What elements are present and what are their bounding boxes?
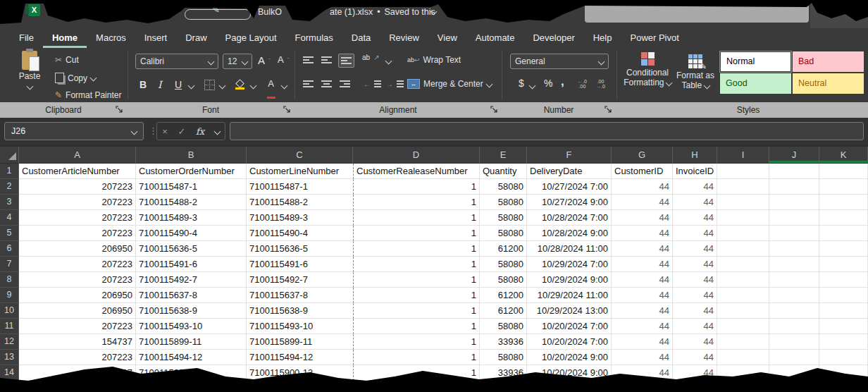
cell-D10[interactable]: 1 bbox=[353, 303, 480, 319]
cell-I14[interactable] bbox=[717, 365, 769, 381]
cell-E3[interactable]: 58080 bbox=[480, 195, 527, 210]
cell-B10[interactable]: 7100115638-9 bbox=[136, 303, 247, 319]
cell-F4[interactable]: 10/28/2024 7:00 bbox=[527, 210, 612, 226]
cell-D11[interactable]: 1 bbox=[353, 319, 480, 334]
decrease-decimal-button[interactable]: .00→.0 bbox=[596, 79, 605, 89]
cell-J14[interactable] bbox=[769, 365, 819, 381]
cell-H6[interactable]: 44 bbox=[673, 241, 717, 257]
cell-E5[interactable]: 58080 bbox=[480, 226, 527, 241]
increase-indent-button[interactable]: → bbox=[386, 79, 404, 89]
cell-B5[interactable]: 7100115490-4 bbox=[136, 226, 247, 241]
cell-K3[interactable] bbox=[819, 195, 868, 210]
cut-button[interactable]: ✂ Cut bbox=[55, 55, 79, 65]
cell-F3[interactable]: 10/27/2024 9:00 bbox=[527, 195, 612, 210]
cell-D6[interactable]: 1 bbox=[353, 241, 480, 257]
cell-D2[interactable]: 1 bbox=[353, 179, 480, 195]
cell-I6[interactable] bbox=[717, 241, 769, 257]
tab-file[interactable]: File bbox=[10, 28, 43, 48]
tab-page-layout[interactable]: Page Layout bbox=[216, 28, 286, 48]
cell-C6[interactable]: 7100115636-5 bbox=[247, 241, 353, 257]
number-dialog-launcher-icon[interactable] bbox=[604, 106, 612, 114]
column-header-I[interactable]: I bbox=[717, 147, 769, 164]
tab-data[interactable]: Data bbox=[342, 28, 380, 48]
cell-B11[interactable]: 7100115493-10 bbox=[136, 319, 247, 334]
alignment-dialog-launcher-icon[interactable] bbox=[490, 106, 498, 114]
cell-F1[interactable]: DeliveryDate bbox=[527, 164, 612, 179]
cell-J4[interactable] bbox=[769, 210, 819, 226]
row-header-9[interactable]: 9 bbox=[0, 288, 19, 303]
column-header-J[interactable]: J bbox=[769, 147, 819, 164]
style-bad[interactable]: Bad bbox=[793, 51, 864, 72]
bold-button[interactable]: B bbox=[140, 79, 147, 90]
tab-help[interactable]: Help bbox=[584, 28, 621, 48]
font-name-combobox[interactable]: Calibri bbox=[135, 54, 218, 69]
cell-C1[interactable]: CustomerLineNumber bbox=[247, 164, 353, 179]
column-header-K[interactable]: K bbox=[819, 147, 868, 164]
cell-G9[interactable]: 44 bbox=[612, 288, 673, 303]
row-header-6[interactable]: 6 bbox=[0, 241, 19, 257]
underline-button[interactable]: U bbox=[175, 79, 182, 90]
font-color-button[interactable]: A bbox=[266, 78, 275, 99]
cell-A13[interactable]: 207223 bbox=[19, 350, 136, 365]
cell-D3[interactable]: 1 bbox=[353, 195, 480, 210]
cell-C8[interactable]: 7100115492-7 bbox=[247, 272, 353, 288]
font-color-chevron-icon[interactable] bbox=[281, 82, 288, 90]
cell-K6[interactable] bbox=[819, 241, 868, 257]
cell-E4[interactable]: 58080 bbox=[480, 210, 527, 226]
cell-I10[interactable] bbox=[717, 303, 769, 319]
row-header-5[interactable]: 5 bbox=[0, 226, 19, 241]
merge-center-chevron-icon[interactable] bbox=[485, 80, 492, 87]
format-painter-button[interactable]: ✎ Format Painter bbox=[55, 90, 121, 100]
cell-I3[interactable] bbox=[717, 195, 769, 210]
cell-I12[interactable] bbox=[717, 334, 769, 350]
cell-H5[interactable]: 44 bbox=[673, 226, 717, 241]
cell-K12[interactable] bbox=[819, 334, 868, 350]
cell-E9[interactable]: 61200 bbox=[480, 288, 527, 303]
orientation-button[interactable]: ab↗ bbox=[362, 54, 380, 61]
tab-home[interactable]: Home bbox=[43, 28, 87, 48]
cell-K5[interactable] bbox=[819, 226, 868, 241]
tab-macros[interactable]: Macros bbox=[87, 28, 135, 48]
column-header-C[interactable]: C bbox=[247, 147, 353, 164]
row-header-8[interactable]: 8 bbox=[0, 272, 19, 288]
cell-I5[interactable] bbox=[717, 226, 769, 241]
cell-J2[interactable] bbox=[769, 179, 819, 195]
row-header-13[interactable]: 13 bbox=[0, 350, 19, 365]
cell-J3[interactable] bbox=[769, 195, 819, 210]
increase-font-button[interactable]: Aˆ bbox=[258, 54, 271, 66]
cell-C10[interactable]: 7100115638-9 bbox=[247, 303, 353, 319]
cell-G13[interactable]: 44 bbox=[612, 350, 673, 365]
percent-style-button[interactable]: % bbox=[544, 78, 552, 89]
cell-I11[interactable] bbox=[717, 319, 769, 334]
cell-F14[interactable]: 10/20/2024 9:00 bbox=[527, 365, 612, 381]
cell-C7[interactable]: 7100115491-6 bbox=[247, 257, 353, 272]
cell-J6[interactable] bbox=[769, 241, 819, 257]
cell-A11[interactable]: 207223 bbox=[19, 319, 136, 334]
cell-A14[interactable]: 154737 bbox=[19, 365, 136, 381]
tab-review[interactable]: Review bbox=[380, 28, 428, 48]
tab-developer[interactable]: Developer bbox=[523, 28, 583, 48]
cell-H11[interactable]: 44 bbox=[673, 319, 717, 334]
format-as-table-button[interactable]: ✎ Format as Table bbox=[674, 51, 717, 90]
formula-input[interactable] bbox=[230, 122, 864, 140]
enter-button[interactable]: ✓ bbox=[178, 126, 185, 137]
cell-B14[interactable]: 7100115900-13 bbox=[136, 365, 247, 381]
cell-I7[interactable] bbox=[717, 257, 769, 272]
cell-G1[interactable]: CustomerID bbox=[612, 164, 673, 179]
cell-E11[interactable]: 58080 bbox=[480, 319, 527, 334]
style-neutral[interactable]: Neutral bbox=[793, 73, 864, 94]
cell-J7[interactable] bbox=[769, 257, 819, 272]
cancel-button[interactable]: × bbox=[162, 126, 168, 137]
cell-A2[interactable]: 207223 bbox=[19, 179, 136, 195]
cell-K10[interactable] bbox=[819, 303, 868, 319]
tab-power-pivot[interactable]: Power Pivot bbox=[621, 28, 688, 48]
cell-G11[interactable]: 44 bbox=[612, 319, 673, 334]
cell-A5[interactable]: 207223 bbox=[19, 226, 136, 241]
cell-C9[interactable]: 7100115637-8 bbox=[247, 288, 353, 303]
copy-chevron-icon[interactable] bbox=[90, 75, 97, 82]
cell-E8[interactable]: 58080 bbox=[480, 272, 527, 288]
copy-button[interactable]: Copy bbox=[55, 73, 96, 83]
cell-E2[interactable]: 58080 bbox=[480, 179, 527, 195]
cell-E7[interactable]: 58080 bbox=[480, 257, 527, 272]
merge-center-button[interactable]: ↔ Merge & Center bbox=[407, 79, 492, 89]
